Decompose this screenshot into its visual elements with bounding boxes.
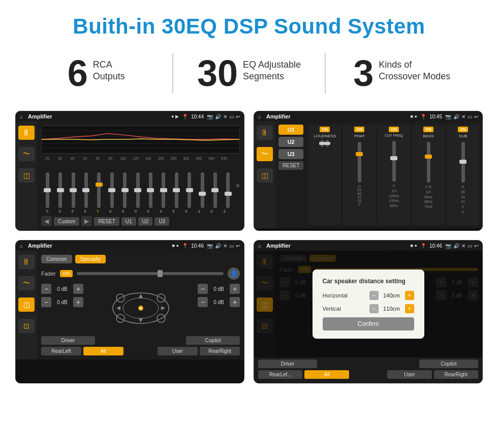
dialog-title: Car speaker distance setting [323,278,414,285]
dialog-rearright-button[interactable]: RearRight [434,370,478,379]
horizontal-plus-button[interactable]: + [405,291,414,300]
amp-camera-icon: 📷 [445,114,451,120]
eq-slider-col [183,172,195,208]
amp-sidebar-btn-1[interactable]: 🎚 [257,126,273,140]
vertical-label: Vertical [323,306,366,312]
driver-button[interactable]: Driver [41,336,95,345]
eq-screen-card: ⌂ Amplifier ● ▶ 📍 10:44 📷 🔊 ✕ ▭ ↩ 🎚 〜 ◫ [15,111,244,231]
fader-screen-content: 🎚 〜 ◫ ⊡ Common Specialty Fader ON [16,251,244,360]
dialog-screen-card: ⌂ Amplifier ■ ● 📍 10:46 📷 🔊 ✕ ▭ ↩ 🎚 〜 ◫ … [254,240,483,383]
amp-back-icon: ↩ [474,114,478,120]
eq-custom-button[interactable]: Custom [54,217,79,226]
fader-slider[interactable] [77,272,224,275]
dialog-copilot-button[interactable]: Copilot [419,360,478,368]
eq-left-sidebar: 🎚 〜 ◫ [16,122,37,230]
eq-status-bar: ⌂ Amplifier ● ▶ 📍 10:44 📷 🔊 ✕ ▭ ↩ [16,111,244,122]
amp-screen-card: ⌂ Amplifier ■ ● 📍 10:45 📷 🔊 ✕ ▭ ↩ 🎚 〜 ◫ [254,111,483,231]
specialty-tab[interactable]: Specialty [75,255,106,263]
eq-slider-col [93,172,105,208]
dialog-all-button[interactable]: All [304,370,349,379]
fader-person-icon: 👤 [228,267,240,280]
stat-eq: 30 EQ AdjustableSegments [183,55,315,92]
eq-screen-title: Amplifier [28,113,168,120]
fader-screen-card: ⌂ Amplifier ■ ● 📍 10:46 📷 🔊 ✕ ▭ ↩ 🎚 〜 ◫ … [15,240,244,383]
left-db-val-2: 0 dB [53,300,71,305]
fader-camera-icon: 📷 [207,243,213,249]
fader-on-button[interactable]: ON [60,270,73,277]
left-db-row-2: − 0 dB + [41,297,83,307]
right-db-val-1: 0 dB [210,286,228,292]
dialog-rearleft-button[interactable]: RearLef... [258,370,302,379]
eq-sliders[interactable]: » [41,162,240,208]
right-db-minus-1[interactable]: − [198,284,208,294]
u1-button[interactable]: U1 [278,125,303,135]
dialog-driver-button[interactable]: Driver [258,360,317,368]
cutfreq-on-badge: ON [389,127,399,132]
eq-slider-col [118,172,131,208]
home-icon: ⌂ [20,114,23,120]
vertical-plus-button[interactable]: + [405,304,414,313]
eq-reset-button[interactable]: RESET [94,217,119,226]
left-db-controls: − 0 dB + − 0 dB + [41,284,83,332]
bass-channel: ON BASS F G3.090Hz80Hz70Hz [412,125,445,225]
fader-time: 10:46 [191,243,204,249]
dialog-battery-icon: ▭ [468,243,472,249]
copilot-button[interactable]: Copilot [186,336,240,345]
eq-sidebar-btn-1[interactable]: 🎚 [18,126,35,140]
fader-sidebar-btn-2[interactable]: 〜 [18,276,35,290]
horizontal-value: 140cm [382,292,402,298]
eq-next-button[interactable]: ▶ [81,216,92,226]
right-db-plus-1[interactable]: + [230,284,240,294]
amp-sidebar-btn-3[interactable]: ◫ [257,168,273,183]
eq-u2-button[interactable]: U2 [138,217,153,226]
back-icon: ↩ [236,114,240,120]
screenshots-grid: ⌂ Amplifier ● ▶ 📍 10:44 📷 🔊 ✕ ▭ ↩ 🎚 〜 ◫ [0,106,498,399]
footer-buttons-row-2: RearLeft All User RearRight [41,347,240,355]
right-db-plus-2[interactable]: + [230,297,240,307]
amp-status-bar: ⌂ Amplifier ■ ● 📍 10:45 📷 🔊 ✕ ▭ ↩ [254,111,482,122]
u3-button[interactable]: U3 [278,149,303,159]
dialog-home-icon: ⌂ [258,243,261,249]
u2-button[interactable]: U2 [278,137,303,147]
eq-sidebar-btn-2[interactable]: 〜 [18,147,35,161]
dialog-screen-title: Amplifier [266,243,408,249]
rearright-button[interactable]: RearRight [200,347,240,355]
stat-eq-label: EQ AdjustableSegments [243,55,301,83]
amp-sidebar-btn-2[interactable]: 〜 [257,147,273,161]
left-db-minus-1[interactable]: − [41,284,51,294]
all-button[interactable]: All [83,347,123,355]
right-db-controls: − 0 dB + − 0 dB + [198,284,240,332]
fader-status-icons: 📷 🔊 ✕ ▭ ↩ [207,243,240,249]
fader-screen-title: Amplifier [28,243,169,249]
right-db-minus-2[interactable]: − [198,297,208,307]
vertical-distance-row: Vertical − 110cm + [323,304,414,313]
fader-location-icon: 📍 [182,243,188,249]
dialog-time: 10:46 [429,243,442,249]
fader-sidebar-btn-3[interactable]: ◫ [18,297,35,312]
amp-reset-button[interactable]: RESET [278,161,303,170]
eq-sidebar-btn-3[interactable]: ◫ [18,168,35,183]
fader-left-sidebar: 🎚 〜 ◫ ⊡ [16,251,37,360]
left-db-plus-1[interactable]: + [73,284,83,294]
confirm-button[interactable]: Confirm [323,317,414,331]
dialog-location-icon: 📍 [420,243,426,249]
dialog-user-button[interactable]: User [387,370,431,379]
eq-u3-button[interactable]: U3 [154,217,169,226]
left-db-plus-2[interactable]: + [73,297,83,307]
eq-u1-button[interactable]: U1 [121,217,136,226]
page-title: Buith-in 30EQ DSP Sound System [0,0,498,48]
left-db-minus-2[interactable]: − [41,297,51,307]
stat-rca: 6 RCAOutputs [30,55,162,92]
vertical-minus-button[interactable]: − [369,304,379,313]
cutfreq-label: CUT FREQ [385,134,403,137]
common-tab[interactable]: Common [41,255,72,263]
volume-icon: 🔊 [215,114,221,120]
fader-sidebar-btn-4[interactable]: ⊡ [18,319,35,333]
user-button[interactable]: User [158,347,198,355]
fader-sidebar-btn-1[interactable]: 🎚 [18,255,35,269]
eq-prev-button[interactable]: ◀ [41,216,52,226]
dialog-back-icon: ↩ [474,243,478,249]
horizontal-minus-button[interactable]: − [369,291,379,300]
rearleft-button[interactable]: RearLeft [41,347,81,355]
svg-marker-10 [139,294,143,298]
